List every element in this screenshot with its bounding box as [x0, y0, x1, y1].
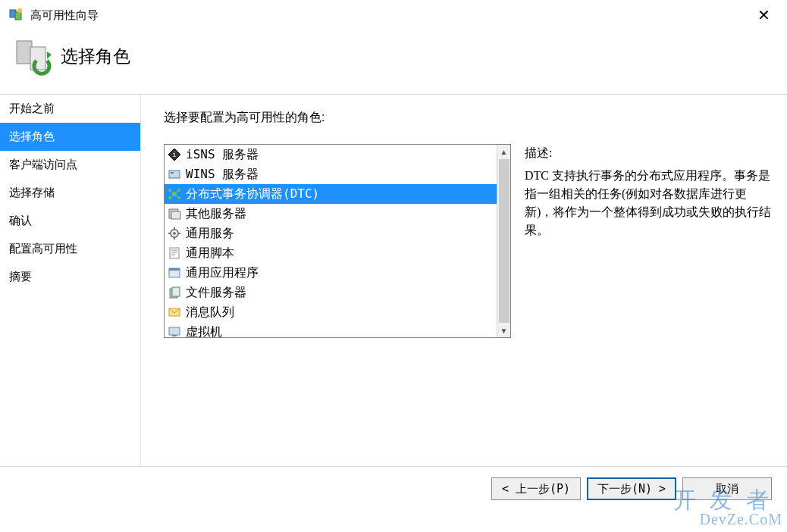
- sidebar-step-5[interactable]: 配置高可用性: [0, 235, 140, 263]
- description-title: 描述:: [525, 144, 772, 162]
- role-item-label: 消息队列: [186, 305, 234, 321]
- dtc-icon: [168, 187, 181, 201]
- role-item-dtc[interactable]: 分布式事务协调器(DTC): [165, 184, 497, 204]
- other-icon: [168, 207, 181, 221]
- role-item-vm[interactable]: 虚拟机: [165, 322, 497, 337]
- wins-icon: [168, 167, 181, 181]
- role-item-label: 虚拟机: [186, 324, 222, 338]
- role-item-label: 通用应用程序: [186, 265, 259, 281]
- scroll-thumb[interactable]: [499, 159, 510, 323]
- svg-rect-3: [17, 41, 32, 64]
- file-icon: [168, 286, 181, 299]
- svg-point-22: [173, 232, 176, 235]
- sidebar-step-1[interactable]: 选择角色: [0, 123, 140, 151]
- isns-icon: i: [168, 148, 181, 161]
- svg-rect-8: [169, 171, 180, 178]
- sidebar-step-6[interactable]: 摘要: [0, 263, 140, 291]
- role-item-label: 通用服务: [186, 226, 234, 242]
- sidebar-step-0[interactable]: 开始之前: [0, 95, 140, 123]
- page-header-icon: [14, 36, 53, 76]
- sidebar-step-4[interactable]: 确认: [0, 207, 140, 235]
- listbox-scrollbar[interactable]: ▲ ▼: [497, 145, 510, 337]
- sidebar-step-3[interactable]: 选择存储: [0, 179, 140, 207]
- wizard-icon: [9, 8, 24, 23]
- wizard-steps-sidebar: 开始之前选择角色客户端访问点选择存储确认配置高可用性摘要: [0, 95, 141, 466]
- role-item-script[interactable]: 通用脚本: [165, 243, 497, 263]
- gear-icon: [168, 227, 181, 240]
- svg-rect-32: [169, 268, 180, 271]
- role-item-app[interactable]: 通用应用程序: [165, 263, 497, 283]
- svg-text:i: i: [172, 151, 176, 158]
- role-item-label: iSNS 服务器: [186, 147, 259, 163]
- cancel-button[interactable]: 取消: [682, 477, 772, 500]
- role-listbox[interactable]: iiSNS 服务器WINS 服务器分布式事务协调器(DTC)其他服务器通用服务通…: [164, 144, 511, 338]
- previous-button[interactable]: < 上一步(P): [491, 477, 581, 500]
- svg-rect-34: [172, 287, 180, 296]
- script-icon: [168, 246, 181, 260]
- role-item-file[interactable]: 文件服务器: [165, 283, 497, 302]
- role-item-isns[interactable]: iiSNS 服务器: [165, 145, 497, 164]
- sidebar-step-2[interactable]: 客户端访问点: [0, 151, 140, 179]
- instruction-text: 选择要配置为高可用性的角色:: [164, 110, 772, 126]
- role-item-label: 其他服务器: [186, 206, 246, 222]
- scroll-up-icon[interactable]: ▲: [497, 145, 510, 158]
- description-body: DTC 支持执行事务的分布式应用程序。事务是指一组相关的任务(例如对各数据库进行…: [525, 167, 772, 239]
- description-panel: 描述: DTC 支持执行事务的分布式应用程序。事务是指一组相关的任务(例如对各数…: [525, 144, 772, 338]
- page-title: 选择角色: [61, 45, 130, 68]
- role-item-label: 文件服务器: [186, 285, 246, 301]
- role-item-other[interactable]: 其他服务器: [165, 204, 497, 224]
- svg-rect-9: [171, 172, 174, 174]
- role-item-queue[interactable]: 消息队列: [165, 302, 497, 322]
- svg-rect-1: [15, 12, 21, 20]
- scroll-down-icon[interactable]: ▼: [497, 324, 510, 337]
- vm-icon: [168, 325, 181, 337]
- role-item-label: 通用脚本: [186, 246, 234, 261]
- svg-rect-20: [171, 211, 180, 219]
- window-title: 高可用性向导: [30, 8, 750, 23]
- close-button[interactable]: ✕: [750, 3, 778, 27]
- svg-rect-27: [170, 248, 179, 258]
- role-item-label: 分布式事务协调器(DTC): [186, 186, 319, 202]
- svg-marker-5: [47, 52, 52, 59]
- svg-point-2: [17, 8, 22, 13]
- role-item-gear[interactable]: 通用服务: [165, 224, 497, 243]
- next-button[interactable]: 下一步(N) >: [587, 477, 676, 500]
- role-item-label: WINS 服务器: [186, 167, 259, 183]
- queue-icon: [168, 305, 181, 319]
- svg-rect-37: [172, 335, 177, 336]
- role-item-wins[interactable]: WINS 服务器: [165, 164, 497, 184]
- svg-rect-36: [169, 327, 180, 335]
- app-icon: [168, 266, 181, 280]
